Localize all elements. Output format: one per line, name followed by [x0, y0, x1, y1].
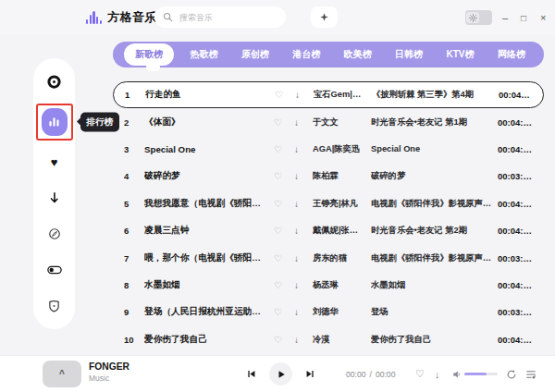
favorite-icon[interactable]: ♡ [274, 335, 294, 345]
song-row[interactable]: 8水墨如烟♡↓杨丞琳水墨如烟00:04:42 [113, 272, 544, 299]
topbar: 方格音乐 ‹ › – □ × [0, 0, 555, 35]
sidebar-item-ranking[interactable]: 排行榜 [42, 108, 68, 136]
download-icon[interactable]: ↓ [294, 199, 313, 209]
rank-number: 2 [124, 117, 144, 128]
favorite-icon[interactable]: ♡ [274, 171, 294, 181]
previous-icon [246, 369, 256, 379]
download-icon[interactable]: ↓ [295, 90, 314, 100]
song-row[interactable]: 9登场（人民日报杭州亚运助威曲）♡↓刘德华登场00:03:31 [113, 299, 544, 325]
volume-fill [464, 373, 487, 375]
speaker-icon[interactable] [452, 356, 462, 392]
song-duration: 00:04:53 [499, 90, 531, 100]
sidebar-item-history[interactable] [44, 225, 65, 243]
song-row[interactable]: 3Special One♡↓AGA|陈奕迅Special One00:04:43 [113, 136, 544, 163]
favorite-icon[interactable]: ♡ [274, 226, 294, 236]
search-input[interactable] [178, 12, 278, 23]
favorite-icon[interactable]: ♡ [274, 280, 294, 290]
download-icon[interactable]: ↓ [294, 253, 313, 263]
tab-4[interactable]: 欧美榜 [337, 44, 379, 65]
song-duration: 00:04:43 [498, 144, 532, 154]
rank-number: 10 [124, 335, 144, 345]
song-title: 《体面》 [144, 116, 274, 129]
play-button[interactable] [269, 362, 292, 386]
song-duration: 00:03:40 [498, 253, 532, 263]
volume-slider[interactable] [464, 373, 498, 375]
tab-5[interactable]: 日韩榜 [388, 44, 430, 65]
download-icon[interactable]: ↓ [294, 307, 313, 317]
download-icon[interactable]: ↓ [294, 335, 313, 345]
tab-3[interactable]: 港台榜 [285, 44, 327, 65]
sidebar-item-profile[interactable] [44, 297, 65, 315]
song-album: 水墨如烟 [371, 279, 498, 291]
next-icon [305, 369, 315, 379]
download-icon[interactable]: ↓ [294, 171, 313, 181]
download-icon[interactable]: ↓ [294, 117, 313, 128]
album-art[interactable]: ^ [43, 361, 81, 387]
download-icon[interactable]: ↓ [294, 280, 313, 290]
favorite-icon[interactable]: ♡ [275, 90, 295, 100]
song-title: 行走的鱼 [145, 89, 275, 101]
next-button[interactable] [305, 356, 315, 392]
download-arrow-icon [48, 191, 60, 204]
tooltip-label: 排行榜 [87, 116, 114, 128]
forward-icon[interactable]: › [139, 0, 143, 35]
back-icon[interactable]: ‹ [121, 0, 126, 35]
theme-toggle[interactable] [465, 10, 492, 25]
song-artist: 房东的猫 [313, 252, 371, 264]
song-row[interactable]: 1行走的鱼♡↓宝石Gem|李...《披荆斩棘 第三季》第4期00:04:53 [113, 81, 544, 108]
tab-6[interactable]: KTV榜 [439, 44, 482, 65]
sidebar-item-toggle[interactable] [44, 261, 65, 279]
song-title: 破碎的梦 [144, 170, 274, 182]
sidebar-item-downloads[interactable] [44, 189, 65, 207]
tab-2[interactable]: 原创榜 [234, 44, 277, 65]
song-title: Special One [144, 144, 274, 154]
song-row[interactable]: 4破碎的梦♡↓陈柏霖破碎的梦00:03:57 [113, 163, 544, 190]
search-box[interactable] [154, 6, 286, 28]
tab-0[interactable]: 新歌榜 [124, 43, 174, 66]
maximize-button[interactable]: □ [521, 0, 526, 35]
current-time: 00:00 [346, 370, 366, 379]
song-title: 凌晨三点钟 [144, 225, 274, 237]
minimize-button[interactable]: – [502, 0, 508, 35]
song-duration: 00:03:57 [498, 171, 532, 181]
total-time: 00:00 [376, 370, 396, 379]
search-icon [163, 12, 173, 22]
sparkle-button[interactable] [311, 6, 338, 28]
sidebar-item-disc[interactable] [44, 72, 65, 91]
tab-1[interactable]: 热歌榜 [182, 44, 225, 65]
rank-number: 9 [124, 307, 144, 317]
download-icon[interactable]: ↓ [294, 226, 313, 236]
song-row[interactable]: 2《体面》♡↓于文文时光音乐会•老友记 第1期00:04:19 [113, 108, 544, 135]
favorite-icon[interactable]: ♡ [274, 199, 294, 209]
song-album: 登场 [371, 306, 498, 318]
song-list: 1行走的鱼♡↓宝石Gem|李...《披荆斩棘 第三季》第4期00:04:532《… [113, 81, 544, 353]
song-row[interactable]: 7喂，那个你（电视剧《骄阳伴我》...♡↓房东的猫电视剧《骄阳伴我》影视原声大碟… [113, 244, 544, 271]
favorite-icon[interactable]: ♡ [274, 117, 294, 128]
song-artist: 王铮亮|林凡 [313, 198, 371, 210]
download-icon[interactable]: ↓ [294, 144, 313, 154]
time-display: 00:00 / 00:00 [346, 356, 395, 392]
song-title: 水墨如烟 [144, 279, 274, 291]
favorite-icon[interactable]: ♡ [274, 253, 294, 263]
song-row[interactable]: 10爱你伤了我自己♡↓冷漠爱你伤了我自己00:04:03 [113, 326, 544, 353]
favorite-icon[interactable]: ♡ [274, 144, 294, 154]
player-favorite-icon[interactable]: ♡ [415, 356, 425, 392]
song-artist: 陈柏霖 [313, 170, 371, 182]
song-row[interactable]: 6凌晨三点钟♡↓戴佩妮|张智成时光音乐会•老友记 第2期00:04:31 [113, 217, 544, 244]
heart-icon: ♥ [51, 156, 58, 168]
player-download-icon[interactable]: ↓ [435, 356, 440, 392]
chevron-up-icon: ^ [59, 369, 65, 379]
song-row[interactable]: 5我想我愿意（电视剧《骄阳伴我》...♡↓王铮亮|林凡电视剧《骄阳伴我》影视原声… [113, 190, 544, 217]
playlist-icon[interactable] [525, 356, 536, 392]
tab-7[interactable]: 网络榜 [490, 44, 533, 65]
sidebar-item-favorites[interactable]: ♥ [44, 153, 65, 172]
rank-number: 3 [124, 144, 144, 154]
active-tab-notch [146, 64, 160, 71]
repeat-icon[interactable] [506, 356, 517, 392]
tooltip-arrow-icon [77, 118, 80, 126]
song-artist: 刘德华 [313, 306, 371, 318]
eye-toggle-icon [47, 265, 62, 275]
previous-button[interactable] [246, 356, 256, 392]
favorite-icon[interactable]: ♡ [274, 307, 294, 317]
close-button[interactable]: × [540, 0, 546, 35]
